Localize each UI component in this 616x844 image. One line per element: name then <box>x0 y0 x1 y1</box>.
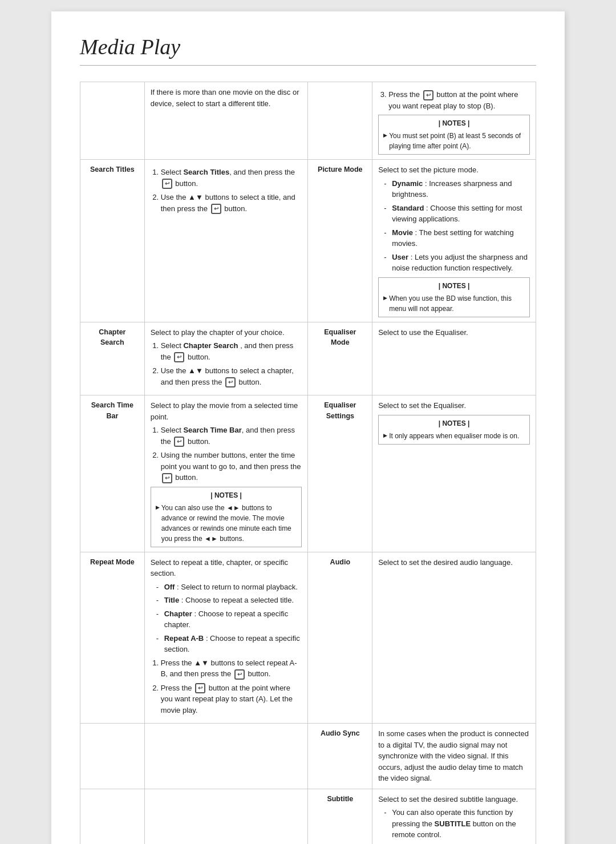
equaliser-settings-content: Select to set the Equaliser. | NOTES | I… <box>372 395 536 552</box>
equaliser-mode-label: EqualiserMode <box>324 328 356 347</box>
button-icon-cs2: ↩ <box>225 377 236 387</box>
ab-step3-text: button at the point where you want repea… <box>388 90 518 110</box>
picture-mode-content: Select to set the picture mode. Dynamic … <box>372 160 536 322</box>
search-titles-steps: Select Search Titles, and then press the… <box>144 160 308 322</box>
picture-notes-box: | NOTES | When you use the BD wise funct… <box>378 277 530 317</box>
search-titles-intro: If there is more than one movie on the d… <box>144 82 308 160</box>
empty-content-3 <box>144 789 308 844</box>
equaliser-settings-label: EqualiserSettings <box>324 401 356 420</box>
button-icon-st1: ↩ <box>162 179 172 189</box>
picture-notes-title: | NOTES | <box>383 281 525 291</box>
equaliser-mode-label-cell: EqualiserMode <box>308 322 372 395</box>
empty-content-2 <box>144 724 308 789</box>
picture-mode-label-cell: Picture Mode <box>308 160 372 322</box>
search-time-step-list: Select Search Time Bar, and then press t… <box>151 425 302 483</box>
repeat-chapter: Chapter : Choose to repeat a specific ch… <box>156 608 302 631</box>
empty-label <box>80 82 145 160</box>
repeat-ab: Repeat A-B : Choose to repeat a specific… <box>156 633 302 655</box>
search-time-label-cell: Search TimeBar <box>80 395 145 552</box>
chapter-step1: Select Chapter Search , and then press t… <box>161 340 302 362</box>
chapter-intro: Select to play the chapter of your choic… <box>151 327 302 338</box>
search-time-step2: Using the number buttons, enter the time… <box>161 450 302 483</box>
audio-content: Select to set the desired audio language… <box>372 552 536 724</box>
search-time-notes-title: | NOTES | <box>156 490 297 500</box>
ab-repeat-notes-box: | NOTES | You must set point (B) at leas… <box>378 115 530 155</box>
search-time-notes-item: You can also use the ◄► buttons to advan… <box>156 503 297 544</box>
chapter-search-content: Select to play the chapter of your choic… <box>144 322 308 395</box>
picture-movie: Movie : The best setting for watching mo… <box>384 227 530 249</box>
search-titles-label: Search Titles <box>80 160 145 322</box>
audio-sync-label-cell: Audio Sync <box>308 724 372 789</box>
picture-notes-item: When you use the BD wise function, this … <box>383 293 525 314</box>
repeat-mode-label: Repeat Mode <box>90 558 135 566</box>
page-title: Media Play <box>80 34 536 66</box>
page-container: Media Play If there is more than one mov… <box>51 11 565 844</box>
search-titles-step1: Select Search Titles, and then press the… <box>161 167 302 189</box>
equaliser-mode-text: Select to use the Equaliser. <box>378 328 468 337</box>
search-time-intro: Select to play the movie from a selected… <box>151 400 302 422</box>
picture-user: User : Lets you adjust the sharpness and… <box>384 252 530 274</box>
empty-label-2 <box>80 724 145 789</box>
ab-notes-item: You must set point (B) at least 5 second… <box>383 131 525 151</box>
empty-label-3 <box>80 789 145 844</box>
button-icon-stb1: ↩ <box>174 437 184 447</box>
subtitle-label: Subtitle <box>327 795 353 803</box>
chapter-search-row: ChapterSearch Select to play the chapter… <box>80 322 536 395</box>
empty-right-label <box>308 82 372 160</box>
subtitle-label-cell: Subtitle <box>308 789 372 844</box>
chapter-search-label: ChapterSearch <box>99 328 125 347</box>
audio-label-cell: Audio <box>308 552 372 724</box>
picture-mode-label: Picture Mode <box>318 165 363 173</box>
ab-repeat-step3-cell: Press the ↩ button at the point where yo… <box>372 82 536 160</box>
button-icon-stb2: ↩ <box>162 473 172 483</box>
repeat-step-list: Press the ▲▼ buttons to select repeat A-… <box>151 657 302 716</box>
search-titles-row: Search Titles Select Search Titles, and … <box>80 160 536 322</box>
search-time-content: Select to play the movie from a selected… <box>144 395 308 552</box>
audio-sync-content: In some cases when the product is connec… <box>372 724 536 789</box>
table-row: If there is more than one movie on the d… <box>80 82 536 160</box>
repeat-list: Off : Select to return to normal playbac… <box>151 581 302 655</box>
chapter-search-label-cell: ChapterSearch <box>80 322 145 395</box>
ab-repeat-step3-list: Press the ↩ button at the point where yo… <box>378 89 530 111</box>
search-time-step1: Select Search Time Bar, and then press t… <box>161 425 302 447</box>
search-time-notes-box: | NOTES | You can also use the ◄► button… <box>151 487 302 547</box>
repeat-mode-content: Select to repeat a title, chapter, or sp… <box>144 552 308 724</box>
equaliser-settings-notes-box: | NOTES | It only appears when equaliser… <box>378 415 530 445</box>
repeat-title: Title : Choose to repeat a selected titl… <box>156 595 302 606</box>
button-icon-cs1: ↩ <box>174 352 184 362</box>
equaliser-mode-content: Select to use the Equaliser. <box>372 322 536 395</box>
repeat-step1: Press the ▲▼ buttons to select repeat A-… <box>161 657 302 680</box>
equaliser-settings-notes-item: It only appears when equaliser mode is o… <box>383 431 525 441</box>
repeat-mode-label-cell: Repeat Mode <box>80 552 145 724</box>
search-time-bar-row: Search TimeBar Select to play the movie … <box>80 395 536 552</box>
picture-mode-list: Dynamic : Increases sharpness and bright… <box>378 178 530 274</box>
search-titles-label-text: Search Titles <box>90 165 135 173</box>
equaliser-settings-notes-title: | NOTES | <box>383 418 525 429</box>
repeat-intro: Select to repeat a title, chapter, or sp… <box>151 557 302 579</box>
equaliser-settings-intro: Select to set the Equaliser. <box>378 400 530 411</box>
subtitle-content: Select to set the desired subtitle langu… <box>372 789 536 844</box>
button-icon-rm1: ↩ <box>234 669 245 680</box>
button-icon-rm2: ↩ <box>195 683 205 693</box>
picture-dynamic: Dynamic : Increases sharpness and bright… <box>384 178 530 200</box>
ab-repeat-step3-item: Press the ↩ button at the point where yo… <box>388 89 530 111</box>
search-titles-intro-text: If there is more than one movie on the d… <box>151 88 299 108</box>
repeat-mode-row: Repeat Mode Select to repeat a title, ch… <box>80 552 536 724</box>
subtitle-intro: Select to set the desired subtitle langu… <box>378 794 530 805</box>
picture-mode-intro: Select to set the picture mode. <box>378 165 479 174</box>
equaliser-settings-label-cell: EqualiserSettings <box>308 395 372 552</box>
chapter-step-list: Select Chapter Search , and then press t… <box>151 340 302 387</box>
audio-sync-row: Audio Sync In some cases when the produc… <box>80 724 536 789</box>
ab-notes-title: | NOTES | <box>383 118 525 128</box>
search-titles-step2: Use the ▲▼ buttons to select a title, an… <box>161 192 302 214</box>
subtitle-list: You can also operate this function by pr… <box>378 807 530 841</box>
picture-standard: Standard : Choose this setting for most … <box>384 203 530 225</box>
repeat-off: Off : Select to return to normal playbac… <box>156 581 302 593</box>
search-time-label: Search TimeBar <box>91 401 133 420</box>
chapter-step2: Use the ▲▼ buttons to select a chapter, … <box>161 365 302 387</box>
button-icon-st2: ↩ <box>211 204 221 214</box>
audio-sync-label: Audio Sync <box>321 729 360 737</box>
search-titles-step-list: Select Search Titles, and then press the… <box>151 167 302 214</box>
audio-text: Select to set the desired audio language… <box>378 558 513 567</box>
main-content-table: If there is more than one movie on the d… <box>80 82 536 844</box>
